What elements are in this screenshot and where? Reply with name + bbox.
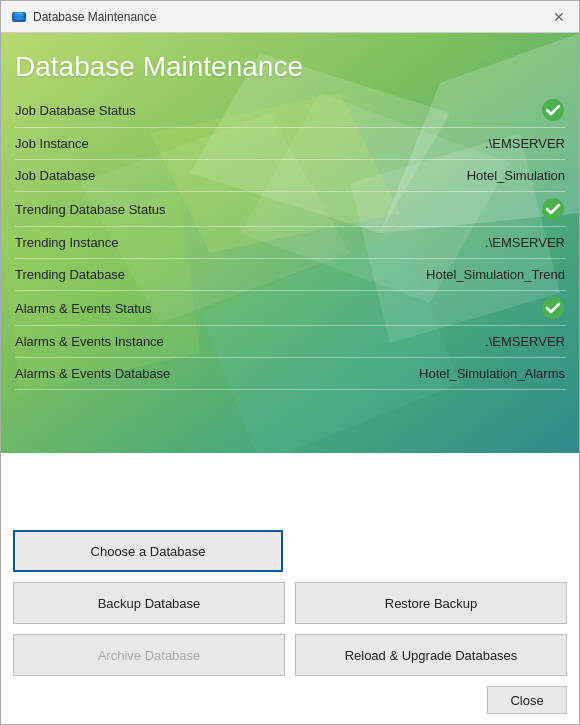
title-bar-text: Database Maintenance (33, 10, 156, 24)
label-alarms-database: Alarms & Events Database (15, 366, 170, 381)
label-alarms-instance: Alarms & Events Instance (15, 334, 164, 349)
value-alarms-instance: .\EMSERVER (485, 334, 565, 349)
label-trending-database: Trending Database (15, 267, 125, 282)
close-row: Close (13, 686, 567, 714)
main-content: Database Maintenance Job Database Status… (1, 33, 579, 724)
main-window: Database Maintenance ✕ (0, 0, 580, 725)
reload-upgrade-button[interactable]: Reload & Upgrade Databases (295, 634, 567, 676)
info-row-3: Trending Database Status (15, 192, 565, 227)
label-trending-db-status: Trending Database Status (15, 202, 166, 217)
check-icon-trending (541, 197, 565, 221)
close-window-button[interactable]: ✕ (549, 7, 569, 27)
backup-restore-row: Backup Database Restore Backup (13, 582, 567, 624)
restore-backup-button[interactable]: Restore Backup (295, 582, 567, 624)
info-row-8: Alarms & Events Database Hotel_Simulatio… (15, 358, 565, 390)
close-button[interactable]: Close (487, 686, 567, 714)
value-job-database: Hotel_Simulation (467, 168, 565, 183)
check-icon-alarms (541, 296, 565, 320)
label-trending-instance: Trending Instance (15, 235, 119, 250)
info-table: Job Database Status Job Instance .\EMSER… (1, 93, 579, 390)
label-job-instance: Job Instance (15, 136, 89, 151)
content-area: Database Maintenance Job Database Status… (1, 33, 579, 724)
svg-point-17 (542, 297, 564, 319)
value-alarms-database: Hotel_Simulation_Alarms (419, 366, 565, 381)
info-row-1: Job Instance .\EMSERVER (15, 128, 565, 160)
check-icon-job (541, 98, 565, 122)
backup-database-button[interactable]: Backup Database (13, 582, 285, 624)
title-bar: Database Maintenance ✕ (1, 1, 579, 33)
title-bar-left: Database Maintenance (11, 9, 156, 25)
label-job-db-status: Job Database Status (15, 103, 136, 118)
app-icon (11, 9, 27, 25)
value-trending-instance: .\EMSERVER (485, 235, 565, 250)
svg-point-5 (14, 16, 24, 20)
info-row-0: Job Database Status (15, 93, 565, 128)
label-job-database: Job Database (15, 168, 95, 183)
choose-db-row: Choose a Database (13, 530, 567, 572)
label-alarms-status: Alarms & Events Status (15, 301, 152, 316)
info-row-7: Alarms & Events Instance .\EMSERVER (15, 326, 565, 358)
info-row-2: Job Database Hotel_Simulation (15, 160, 565, 192)
bottom-section: Choose a Database Backup Database Restor… (1, 518, 579, 724)
value-trending-database: Hotel_Simulation_Trend (426, 267, 565, 282)
info-row-4: Trending Instance .\EMSERVER (15, 227, 565, 259)
svg-point-16 (542, 198, 564, 220)
info-row-5: Trending Database Hotel_Simulation_Trend (15, 259, 565, 291)
svg-point-15 (542, 99, 564, 121)
choose-database-button[interactable]: Choose a Database (13, 530, 283, 572)
archive-reload-row: Archive Database Reload & Upgrade Databa… (13, 634, 567, 676)
value-job-instance: .\EMSERVER (485, 136, 565, 151)
archive-database-button[interactable]: Archive Database (13, 634, 285, 676)
page-title: Database Maintenance (1, 33, 579, 93)
info-row-6: Alarms & Events Status (15, 291, 565, 326)
